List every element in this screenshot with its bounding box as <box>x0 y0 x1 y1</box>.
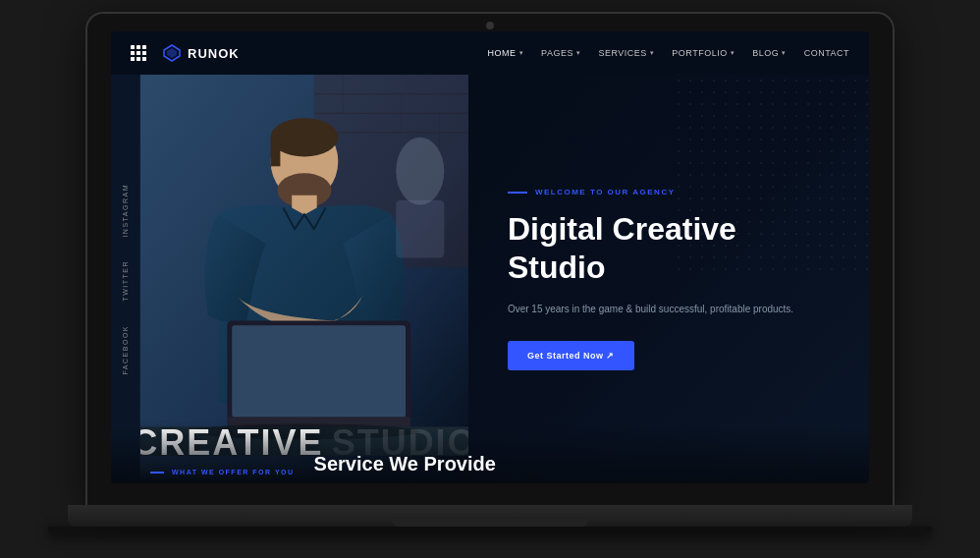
nav-portfolio[interactable]: PORTFOLIO ▾ <box>672 48 735 58</box>
grid-menu-icon[interactable] <box>131 45 146 61</box>
nav-menu: HOME ▾ PAGES ▾ SERVICES ▾ PORTFOLIO <box>488 48 849 58</box>
chevron-icon: ▾ <box>519 49 524 57</box>
nav-left: RUNOK <box>131 43 240 63</box>
chevron-icon: ▾ <box>782 49 787 57</box>
navbar: RUNOK HOME ▾ PAGES ▾ SERVICES <box>111 31 869 75</box>
logo-text: RUNOK <box>188 46 240 61</box>
svg-rect-17 <box>232 325 406 417</box>
bottom-section: WHAT WE OFFER FOR YOU Service We Provide <box>111 424 869 483</box>
svg-rect-22 <box>396 200 444 258</box>
sidebar-item-facebook[interactable]: FACEBOOK <box>122 313 129 387</box>
chevron-icon: ▾ <box>731 49 735 57</box>
nav-home[interactable]: HOME ▾ <box>488 48 524 58</box>
nav-services[interactable]: SERVICES ▾ <box>598 48 654 58</box>
laptop-base-bottom <box>48 527 932 532</box>
website: RUNOK HOME ▾ PAGES ▾ SERVICES <box>111 31 869 483</box>
laptop-container: RUNOK HOME ▾ PAGES ▾ SERVICES <box>87 14 893 544</box>
laptop-base <box>68 505 912 527</box>
svg-rect-12 <box>271 138 281 166</box>
hero-photo: CREATIVE STUDIO <box>140 75 468 483</box>
sidebar-item-twitter[interactable]: TWITTER <box>122 249 129 313</box>
sidebar-item-instagram[interactable]: INSTAGRAM <box>122 172 129 250</box>
svg-point-21 <box>396 138 444 205</box>
hero-right-content: WELCOME TO OUR AGENCY Digital Creative S… <box>468 75 869 483</box>
dots-decoration <box>673 75 869 271</box>
chevron-icon: ▾ <box>650 49 655 57</box>
section-tag-line <box>150 472 164 474</box>
sidebar-social: INSTAGRAM TWITTER FACEBOOK <box>111 75 140 483</box>
cta-button[interactable]: Get Started Now ↗ <box>508 341 634 370</box>
camera <box>486 22 494 29</box>
logo[interactable]: RUNOK <box>162 43 240 63</box>
nav-blog[interactable]: BLOG ▾ <box>752 48 787 58</box>
logo-icon <box>162 43 182 63</box>
nav-pages[interactable]: PAGES ▾ <box>541 48 580 58</box>
hero-section: CREATIVE STUDIO WELCOME TO OUR AGENCY <box>140 75 869 483</box>
svg-point-11 <box>271 118 339 156</box>
svg-marker-1 <box>167 48 177 58</box>
hero-person-illustration <box>140 75 468 479</box>
hero-subtitle: Over 15 years in the game & build succes… <box>508 302 802 317</box>
nav-contact[interactable]: CONTACT <box>804 48 849 58</box>
services-title: Service We Provide <box>314 453 496 475</box>
section-tag-text: WHAT WE OFFER FOR YOU <box>172 469 295 475</box>
screen: RUNOK HOME ▾ PAGES ▾ SERVICES <box>111 31 869 483</box>
welcome-label: WELCOME TO OUR AGENCY <box>535 188 676 196</box>
welcome-line-decoration <box>508 192 527 194</box>
screen-bezel: RUNOK HOME ▾ PAGES ▾ SERVICES <box>87 14 893 505</box>
main-content: INSTAGRAM TWITTER FACEBOOK <box>111 75 869 483</box>
chevron-icon: ▾ <box>576 49 581 57</box>
section-tag: WHAT WE OFFER FOR YOU <box>150 469 295 475</box>
